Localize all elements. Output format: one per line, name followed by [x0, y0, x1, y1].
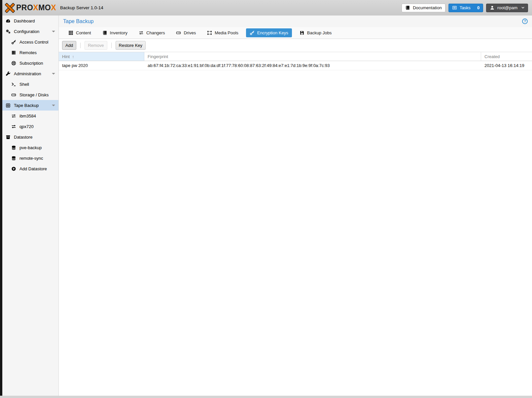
- dashboard-icon: [6, 18, 11, 23]
- table-row[interactable]: tape pw 2020 ab:67:f4:1b:72:ca:33:e1:91:…: [59, 61, 532, 70]
- tasks-count-badge: 0: [477, 5, 479, 10]
- book-icon: [405, 5, 410, 10]
- user-menu-button[interactable]: root@pam: [486, 4, 528, 12]
- sidebar-item-administration[interactable]: Administration: [2, 68, 58, 79]
- drive-icon: [176, 30, 181, 35]
- cell-hint: tape pw 2020: [59, 63, 144, 68]
- window-left-edge: [0, 0, 2, 396]
- chevron-down-icon: [521, 6, 524, 9]
- exchange-icon: [11, 114, 16, 118]
- database-icon: [11, 145, 16, 150]
- add-button[interactable]: Add: [62, 41, 76, 50]
- help-button[interactable]: ?: [522, 18, 528, 24]
- product-version-label: Backup Server 1.0-14: [60, 5, 103, 10]
- main-panel: Tape Backup ? Content Inventory Changers…: [59, 16, 532, 396]
- toolbar: Add Remove Restore Key: [59, 39, 532, 52]
- floppy-icon: [300, 30, 304, 35]
- proxmox-logo-text: PROXMOX: [16, 4, 56, 12]
- tape-icon: [6, 103, 11, 108]
- tab-media-pools[interactable]: Media Pools: [203, 28, 242, 37]
- topbar-actions: Documentation Tasks 0 root@pam: [402, 4, 528, 12]
- tab-changers[interactable]: Changers: [135, 28, 168, 37]
- book-icon: [102, 30, 107, 35]
- sidebar-item-pve-backup[interactable]: pve-backup: [2, 142, 58, 153]
- tab-bar: Content Inventory Changers Drives Media …: [59, 27, 532, 39]
- user-icon: [490, 5, 495, 10]
- plus-circle-icon: [11, 166, 16, 171]
- chevron-down-icon[interactable]: [52, 73, 55, 75]
- sidebar-item-dashboard[interactable]: Dashboard: [2, 16, 58, 26]
- tab-encryption-keys[interactable]: Encryption Keys: [246, 28, 292, 37]
- column-header-hint[interactable]: Hint ↑: [59, 52, 144, 61]
- object-group-icon: [207, 30, 212, 35]
- sidebar-nav: Dashboard Configuration Access Control R…: [2, 16, 59, 396]
- sidebar-item-add-datastore[interactable]: Add Datastore: [2, 163, 58, 174]
- wrench-icon: [6, 71, 11, 76]
- key-icon: [11, 40, 16, 45]
- toolbar-separator: [80, 43, 81, 48]
- database-icon: [11, 156, 16, 161]
- page-title: Tape Backup: [63, 18, 94, 24]
- archive-icon: [6, 135, 11, 140]
- toolbar-separator: [111, 43, 112, 48]
- terminal-icon: [11, 82, 16, 87]
- tab-backup-jobs[interactable]: Backup Jobs: [296, 28, 335, 37]
- server-icon: [11, 50, 16, 55]
- remove-button[interactable]: Remove: [85, 41, 107, 50]
- chevron-down-icon[interactable]: [52, 31, 55, 32]
- question-circle-icon: ?: [524, 19, 526, 23]
- exchange-icon: [11, 124, 16, 129]
- sidebar-item-access-control[interactable]: Access Control: [2, 37, 58, 47]
- tab-content[interactable]: Content: [65, 28, 95, 37]
- hdd-icon: [11, 92, 16, 97]
- cell-created: 2021-04-13 16:14:19: [481, 63, 532, 68]
- documentation-button[interactable]: Documentation: [402, 4, 445, 12]
- sidebar-item-subscription[interactable]: Subscription: [2, 58, 58, 68]
- window-bottom-edge: [0, 396, 532, 398]
- chevron-down-icon[interactable]: [52, 105, 55, 106]
- sidebar-item-datastore[interactable]: Datastore: [2, 132, 58, 142]
- column-header-fingerprint[interactable]: Fingerprint: [144, 52, 481, 61]
- proxmox-x-logo-icon: [5, 3, 15, 13]
- tab-inventory[interactable]: Inventory: [99, 28, 131, 37]
- tab-drives[interactable]: Drives: [172, 28, 199, 37]
- grid-icon: [68, 30, 73, 35]
- sidebar-item-tape-backup[interactable]: Tape Backup: [2, 100, 58, 111]
- life-ring-icon: [11, 61, 16, 66]
- sidebar-item-storage-disks[interactable]: Storage / Disks: [2, 89, 58, 100]
- list-icon: [452, 5, 457, 10]
- exchange-icon: [139, 30, 144, 35]
- proxmox-logo: PROXMOX: [5, 3, 56, 13]
- table-header: Hint ↑ Fingerprint Created: [59, 52, 532, 61]
- restore-key-button[interactable]: Restore Key: [116, 41, 146, 50]
- cell-fingerprint: ab:67:f4:1b:72:ca:33:e1:91:bf:0b:da:df:1…: [144, 63, 481, 68]
- panel-header: Tape Backup ?: [59, 16, 532, 27]
- sidebar-item-shell[interactable]: Shell: [2, 79, 58, 89]
- key-icon: [250, 30, 255, 35]
- cogs-icon: [6, 29, 11, 34]
- column-header-created[interactable]: Created: [481, 52, 532, 61]
- sidebar-item-remotes[interactable]: Remotes: [2, 47, 58, 58]
- tasks-button[interactable]: Tasks 0: [448, 4, 483, 12]
- sidebar-item-qpx720[interactable]: qpx720: [2, 121, 58, 132]
- sort-ascending-icon: ↑: [72, 54, 74, 59]
- sidebar-item-remote-sync[interactable]: remote-sync: [2, 153, 58, 163]
- sidebar-item-configuration[interactable]: Configuration: [2, 26, 58, 37]
- top-bar: PROXMOX Backup Server 1.0-14 Documentati…: [2, 0, 532, 16]
- sidebar-item-ibm3584[interactable]: ibm3584: [2, 111, 58, 121]
